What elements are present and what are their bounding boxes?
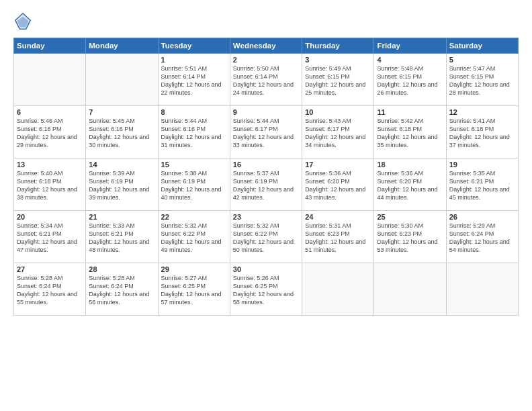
sun-info: Sunrise: 5:32 AM Sunset: 6:22 PM Dayligh…	[161, 222, 227, 255]
calendar-cell: 30Sunrise: 5:26 AM Sunset: 6:25 PM Dayli…	[230, 263, 302, 316]
sun-info: Sunrise: 5:50 AM Sunset: 6:14 PM Dayligh…	[233, 64, 299, 97]
calendar-cell: 19Sunrise: 5:35 AM Sunset: 6:21 PM Dayli…	[446, 158, 518, 211]
calendar-cell: 7Sunrise: 5:45 AM Sunset: 6:16 PM Daylig…	[86, 106, 158, 158]
day-number: 21	[89, 213, 154, 221]
calendar-cell: 20Sunrise: 5:34 AM Sunset: 6:21 PM Dayli…	[14, 211, 86, 263]
day-number: 13	[17, 161, 83, 169]
logo	[13, 12, 35, 31]
day-number: 15	[161, 161, 227, 169]
day-number: 12	[449, 108, 515, 116]
sun-info: Sunrise: 5:48 AM Sunset: 6:15 PM Dayligh…	[377, 64, 443, 97]
day-number: 16	[233, 161, 299, 169]
calendar-cell: 16Sunrise: 5:37 AM Sunset: 6:19 PM Dayli…	[230, 158, 302, 211]
day-number: 1	[161, 56, 227, 64]
sun-info: Sunrise: 5:44 AM Sunset: 6:17 PM Dayligh…	[233, 117, 299, 150]
day-number: 28	[89, 265, 154, 273]
day-number: 22	[161, 213, 227, 221]
sun-info: Sunrise: 5:28 AM Sunset: 6:24 PM Dayligh…	[17, 274, 83, 307]
calendar-day-header: Friday	[374, 38, 446, 54]
calendar-day-header: Monday	[86, 38, 158, 54]
calendar-cell: 1Sunrise: 5:51 AM Sunset: 6:14 PM Daylig…	[158, 54, 230, 106]
calendar-day-header: Wednesday	[230, 38, 302, 54]
sun-info: Sunrise: 5:31 AM Sunset: 6:23 PM Dayligh…	[305, 222, 371, 255]
calendar-cell: 2Sunrise: 5:50 AM Sunset: 6:14 PM Daylig…	[230, 54, 302, 106]
calendar-cell: 25Sunrise: 5:30 AM Sunset: 6:23 PM Dayli…	[374, 211, 446, 263]
sun-info: Sunrise: 5:33 AM Sunset: 6:21 PM Dayligh…	[89, 222, 154, 255]
calendar-table: SundayMondayTuesdayWednesdayThursdayFrid…	[13, 38, 519, 316]
day-number: 18	[377, 161, 443, 169]
day-number: 17	[305, 161, 371, 169]
calendar-day-header: Tuesday	[158, 38, 230, 54]
calendar-cell: 12Sunrise: 5:41 AM Sunset: 6:18 PM Dayli…	[446, 106, 518, 158]
logo-icon	[13, 12, 32, 31]
day-number: 7	[89, 108, 154, 116]
sun-info: Sunrise: 5:42 AM Sunset: 6:18 PM Dayligh…	[377, 117, 443, 150]
calendar-cell: 8Sunrise: 5:44 AM Sunset: 6:16 PM Daylig…	[158, 106, 230, 158]
sun-info: Sunrise: 5:35 AM Sunset: 6:21 PM Dayligh…	[449, 169, 515, 202]
calendar-cell: 22Sunrise: 5:32 AM Sunset: 6:22 PM Dayli…	[158, 211, 230, 263]
day-number: 3	[305, 56, 371, 64]
day-number: 27	[17, 265, 83, 273]
day-number: 9	[233, 108, 299, 116]
calendar-cell: 3Sunrise: 5:49 AM Sunset: 6:15 PM Daylig…	[302, 54, 374, 106]
sun-info: Sunrise: 5:47 AM Sunset: 6:15 PM Dayligh…	[449, 64, 515, 97]
day-number: 24	[305, 213, 371, 221]
calendar-cell	[302, 263, 374, 316]
calendar-week-row: 6Sunrise: 5:46 AM Sunset: 6:16 PM Daylig…	[14, 106, 519, 158]
calendar-cell: 23Sunrise: 5:32 AM Sunset: 6:22 PM Dayli…	[230, 211, 302, 263]
calendar-cell: 11Sunrise: 5:42 AM Sunset: 6:18 PM Dayli…	[374, 106, 446, 158]
calendar-cell: 24Sunrise: 5:31 AM Sunset: 6:23 PM Dayli…	[302, 211, 374, 263]
sun-info: Sunrise: 5:28 AM Sunset: 6:24 PM Dayligh…	[89, 274, 154, 307]
calendar-cell	[446, 263, 518, 316]
calendar-week-row: 20Sunrise: 5:34 AM Sunset: 6:21 PM Dayli…	[14, 211, 519, 263]
calendar-cell: 14Sunrise: 5:39 AM Sunset: 6:19 PM Dayli…	[86, 158, 158, 211]
day-number: 4	[377, 56, 443, 64]
day-number: 25	[377, 213, 443, 221]
day-number: 20	[17, 213, 83, 221]
sun-info: Sunrise: 5:41 AM Sunset: 6:18 PM Dayligh…	[449, 117, 515, 150]
sun-info: Sunrise: 5:45 AM Sunset: 6:16 PM Dayligh…	[89, 117, 154, 150]
sun-info: Sunrise: 5:32 AM Sunset: 6:22 PM Dayligh…	[233, 222, 299, 255]
day-number: 2	[233, 56, 299, 64]
sun-info: Sunrise: 5:38 AM Sunset: 6:19 PM Dayligh…	[161, 169, 227, 202]
sun-info: Sunrise: 5:29 AM Sunset: 6:24 PM Dayligh…	[449, 222, 515, 255]
sun-info: Sunrise: 5:30 AM Sunset: 6:23 PM Dayligh…	[377, 222, 443, 255]
day-number: 6	[17, 108, 83, 116]
calendar-week-row: 27Sunrise: 5:28 AM Sunset: 6:24 PM Dayli…	[14, 263, 519, 316]
sun-info: Sunrise: 5:36 AM Sunset: 6:20 PM Dayligh…	[305, 169, 371, 202]
sun-info: Sunrise: 5:26 AM Sunset: 6:25 PM Dayligh…	[233, 274, 299, 307]
sun-info: Sunrise: 5:40 AM Sunset: 6:18 PM Dayligh…	[17, 169, 83, 202]
calendar-cell: 4Sunrise: 5:48 AM Sunset: 6:15 PM Daylig…	[374, 54, 446, 106]
sun-info: Sunrise: 5:36 AM Sunset: 6:20 PM Dayligh…	[377, 169, 443, 202]
sun-info: Sunrise: 5:44 AM Sunset: 6:16 PM Dayligh…	[161, 117, 227, 150]
sun-info: Sunrise: 5:37 AM Sunset: 6:19 PM Dayligh…	[233, 169, 299, 202]
day-number: 26	[449, 213, 515, 221]
calendar-day-header: Saturday	[446, 38, 518, 54]
calendar-cell: 28Sunrise: 5:28 AM Sunset: 6:24 PM Dayli…	[86, 263, 158, 316]
calendar-cell: 5Sunrise: 5:47 AM Sunset: 6:15 PM Daylig…	[446, 54, 518, 106]
sun-info: Sunrise: 5:51 AM Sunset: 6:14 PM Dayligh…	[161, 64, 227, 97]
calendar-cell	[374, 263, 446, 316]
day-number: 14	[89, 161, 154, 169]
sun-info: Sunrise: 5:43 AM Sunset: 6:17 PM Dayligh…	[305, 117, 371, 150]
day-number: 23	[233, 213, 299, 221]
day-number: 19	[449, 161, 515, 169]
calendar-header-row: SundayMondayTuesdayWednesdayThursdayFrid…	[14, 38, 519, 54]
calendar-cell: 10Sunrise: 5:43 AM Sunset: 6:17 PM Dayli…	[302, 106, 374, 158]
calendar-cell: 6Sunrise: 5:46 AM Sunset: 6:16 PM Daylig…	[14, 106, 86, 158]
calendar-cell: 29Sunrise: 5:27 AM Sunset: 6:25 PM Dayli…	[158, 263, 230, 316]
header	[13, 12, 519, 31]
calendar-day-header: Thursday	[302, 38, 374, 54]
calendar-cell: 18Sunrise: 5:36 AM Sunset: 6:20 PM Dayli…	[374, 158, 446, 211]
calendar-cell: 26Sunrise: 5:29 AM Sunset: 6:24 PM Dayli…	[446, 211, 518, 263]
page: SundayMondayTuesdayWednesdayThursdayFrid…	[0, 0, 532, 411]
calendar-cell: 9Sunrise: 5:44 AM Sunset: 6:17 PM Daylig…	[230, 106, 302, 158]
sun-info: Sunrise: 5:49 AM Sunset: 6:15 PM Dayligh…	[305, 64, 371, 97]
day-number: 10	[305, 108, 371, 116]
calendar-cell: 17Sunrise: 5:36 AM Sunset: 6:20 PM Dayli…	[302, 158, 374, 211]
sun-info: Sunrise: 5:46 AM Sunset: 6:16 PM Dayligh…	[17, 117, 83, 150]
calendar-cell	[14, 54, 86, 106]
calendar-cell: 15Sunrise: 5:38 AM Sunset: 6:19 PM Dayli…	[158, 158, 230, 211]
calendar-cell: 27Sunrise: 5:28 AM Sunset: 6:24 PM Dayli…	[14, 263, 86, 316]
day-number: 11	[377, 108, 443, 116]
